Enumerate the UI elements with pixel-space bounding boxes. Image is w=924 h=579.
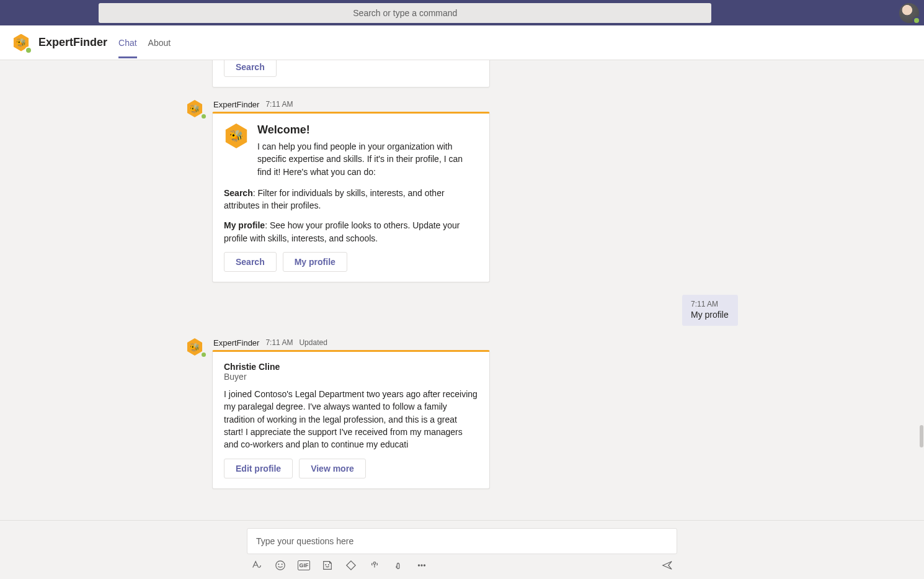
svg-point-2 bbox=[282, 564, 282, 565]
bee-icon: 🐝 bbox=[190, 343, 200, 351]
compose-input[interactable]: Type your questions here bbox=[247, 528, 677, 554]
welcome-card: 🐝 Welcome! I can help you find people in… bbox=[212, 112, 490, 282]
format-icon[interactable] bbox=[251, 559, 263, 572]
bot-message: 🐝 ExpertFinder 7:11 AM 🐝 Welcome! I bbox=[186, 100, 738, 282]
svg-point-6 bbox=[418, 565, 419, 566]
bee-icon: 🐝 bbox=[190, 105, 200, 113]
my-profile-button[interactable]: My profile bbox=[283, 252, 347, 272]
app-header: 🐝 ExpertFinder Chat About bbox=[0, 25, 924, 60]
emoji-icon[interactable] bbox=[274, 559, 287, 572]
profile-role: Buyer bbox=[224, 372, 478, 382]
message-time: 7:11 AM bbox=[265, 100, 293, 109]
search-button[interactable]: Search bbox=[224, 252, 277, 272]
tab-chat[interactable]: Chat bbox=[118, 27, 137, 58]
message-list: Search 🐝 ExpertFinder 7:11 AM 🐝 bbox=[0, 60, 924, 520]
search-button[interactable]: Search bbox=[224, 60, 277, 77]
me-avatar[interactable] bbox=[899, 3, 919, 23]
user-message[interactable]: 7:11 AM My profile bbox=[682, 295, 738, 326]
presence-available-icon bbox=[913, 17, 920, 24]
updated-label: Updated bbox=[299, 338, 327, 348]
feature-search: Search: Filter for individuals by skills… bbox=[224, 187, 478, 212]
gif-icon[interactable]: GIF bbox=[298, 560, 310, 570]
svg-point-4 bbox=[328, 565, 329, 565]
sticker-icon[interactable] bbox=[321, 559, 334, 572]
global-search-input[interactable]: Search or type a command bbox=[99, 3, 711, 23]
view-more-button[interactable]: View more bbox=[299, 459, 366, 478]
stream-icon[interactable] bbox=[368, 559, 381, 572]
welcome-intro: I can help you find people in your organ… bbox=[257, 140, 478, 178]
presence-available-icon bbox=[200, 351, 207, 358]
app-tabs: Chat About bbox=[118, 27, 171, 58]
chat-area: Search 🐝 ExpertFinder 7:11 AM 🐝 bbox=[0, 60, 924, 579]
sender-name: ExpertFinder bbox=[213, 338, 259, 348]
app-logo-large: 🐝 bbox=[224, 123, 249, 148]
profile-card: Christie Cline Buyer I joined Contoso's … bbox=[212, 350, 490, 488]
send-icon[interactable] bbox=[661, 559, 673, 572]
scrollbar-thumb[interactable] bbox=[920, 425, 923, 447]
message-header: ExpertFinder 7:11 AM bbox=[212, 100, 490, 109]
feature-profile: My profile: See how your profile looks t… bbox=[224, 219, 478, 245]
bee-icon: 🐝 bbox=[229, 130, 243, 141]
compose-placeholder: Type your questions here bbox=[256, 536, 353, 546]
bot-avatar: 🐝 bbox=[186, 338, 206, 358]
message-time: 7:11 AM bbox=[691, 300, 729, 308]
profile-name: Christie Cline bbox=[224, 362, 478, 372]
tab-about[interactable]: About bbox=[148, 27, 171, 58]
meet-now-icon[interactable] bbox=[345, 559, 357, 572]
profile-bio: I joined Contoso's Legal Department two … bbox=[224, 388, 478, 451]
svg-point-8 bbox=[424, 565, 425, 566]
app-title: ExpertFinder bbox=[38, 36, 107, 49]
svg-point-7 bbox=[421, 565, 422, 566]
message-time: 7:11 AM bbox=[265, 338, 293, 348]
presence-available-icon bbox=[200, 113, 207, 120]
message-header: ExpertFinder 7:11 AM Updated bbox=[212, 338, 490, 348]
user-message-text: My profile bbox=[691, 310, 729, 320]
user-message-row: 7:11 AM My profile bbox=[186, 295, 738, 326]
search-placeholder: Search or type a command bbox=[353, 8, 457, 18]
svg-point-0 bbox=[276, 561, 285, 570]
sender-name: ExpertFinder bbox=[213, 100, 259, 109]
bot-avatar: 🐝 bbox=[186, 100, 206, 120]
bot-message: Search bbox=[186, 60, 738, 88]
bee-icon: 🐝 bbox=[16, 38, 26, 47]
svg-point-3 bbox=[326, 565, 326, 565]
presence-available-icon bbox=[25, 47, 32, 54]
edit-profile-button[interactable]: Edit profile bbox=[224, 459, 293, 478]
compose-area: Type your questions here GIF bbox=[0, 520, 924, 579]
app-logo: 🐝 bbox=[12, 34, 30, 52]
svg-point-5 bbox=[373, 562, 376, 565]
top-bar: Search or type a command bbox=[0, 0, 924, 25]
praise-icon[interactable] bbox=[392, 559, 404, 572]
more-icon[interactable] bbox=[415, 559, 428, 572]
bot-message: 🐝 ExpertFinder 7:11 AM Updated Christie … bbox=[186, 338, 738, 488]
svg-point-1 bbox=[278, 564, 279, 565]
welcome-title: Welcome! bbox=[257, 123, 478, 137]
compose-toolbar: GIF bbox=[247, 554, 677, 572]
